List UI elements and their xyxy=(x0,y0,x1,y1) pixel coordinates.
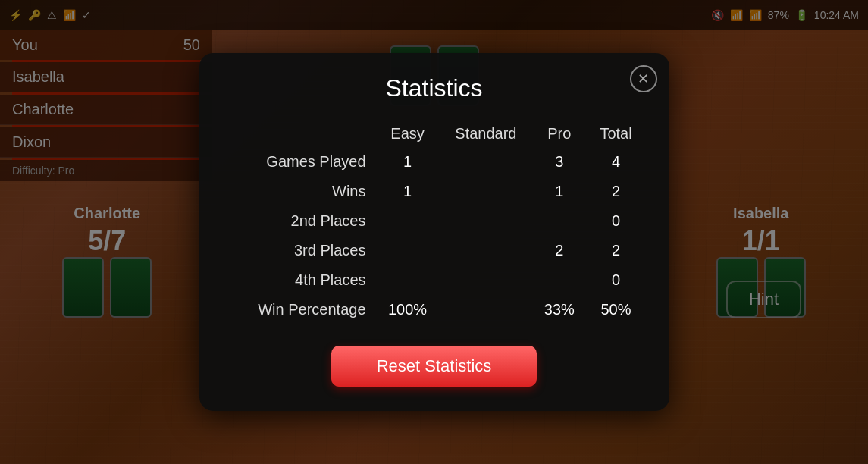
modal-overlay: ✕ Statistics Easy Standard Pro Total Gam… xyxy=(0,0,868,464)
row-cell: 4 xyxy=(588,147,645,177)
row-cell xyxy=(375,206,440,236)
header-pro: Pro xyxy=(531,121,587,147)
reset-statistics-button[interactable]: Reset Statistics xyxy=(331,346,537,387)
row-cell xyxy=(440,147,532,177)
stats-row-0: Games Played134 xyxy=(224,147,645,177)
row-cell: 50% xyxy=(588,295,645,324)
statistics-modal: ✕ Statistics Easy Standard Pro Total Gam… xyxy=(199,53,669,411)
row-cell xyxy=(531,265,587,295)
stats-row-5: Win Percentage100%33%50% xyxy=(224,295,645,324)
row-label: 4th Places xyxy=(224,265,375,295)
row-cell: 0 xyxy=(588,206,645,236)
row-cell xyxy=(531,206,587,236)
row-cell: 2 xyxy=(588,177,645,206)
header-empty xyxy=(224,121,375,147)
header-total: Total xyxy=(588,121,645,147)
stats-table: Easy Standard Pro Total Games Played134W… xyxy=(224,121,645,324)
row-cell xyxy=(440,177,532,206)
row-cell: 1 xyxy=(375,147,440,177)
row-cell: 0 xyxy=(588,265,645,295)
stats-row-2: 2nd Places0 xyxy=(224,206,645,236)
row-cell xyxy=(375,236,440,265)
row-cell xyxy=(440,265,532,295)
header-standard: Standard xyxy=(440,121,532,147)
header-easy: Easy xyxy=(375,121,440,147)
row-cell: 2 xyxy=(531,236,587,265)
row-cell xyxy=(440,236,532,265)
row-cell: 33% xyxy=(531,295,587,324)
row-cell xyxy=(440,206,532,236)
close-button[interactable]: ✕ xyxy=(630,65,657,92)
row-cell xyxy=(375,265,440,295)
row-cell: 100% xyxy=(375,295,440,324)
stats-row-3: 3rd Places22 xyxy=(224,236,645,265)
row-label: Win Percentage xyxy=(224,295,375,324)
stats-row-1: Wins112 xyxy=(224,177,645,206)
row-label: Games Played xyxy=(224,147,375,177)
modal-title: Statistics xyxy=(224,74,645,102)
row-cell: 2 xyxy=(588,236,645,265)
row-label: 3rd Places xyxy=(224,236,375,265)
row-cell: 1 xyxy=(375,177,440,206)
row-cell: 1 xyxy=(531,177,587,206)
row-cell: 3 xyxy=(531,147,587,177)
row-cell xyxy=(440,295,532,324)
stats-row-4: 4th Places0 xyxy=(224,265,645,295)
stats-header-row: Easy Standard Pro Total xyxy=(224,121,645,147)
row-label: Wins xyxy=(224,177,375,206)
row-label: 2nd Places xyxy=(224,206,375,236)
